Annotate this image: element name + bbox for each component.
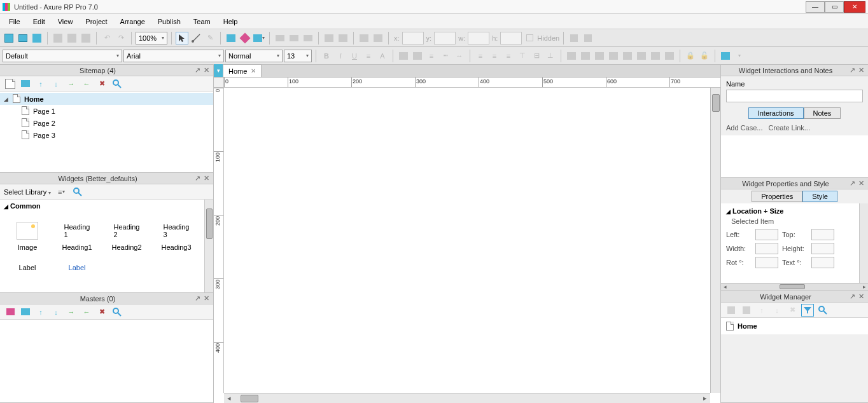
horizontal-scrollbar[interactable]: ◂ ▸ bbox=[224, 393, 710, 403]
widget-view-icon[interactable]: ≡▾ bbox=[55, 186, 67, 198]
save-icon[interactable] bbox=[31, 32, 43, 44]
share-icon[interactable]: ▾ bbox=[253, 32, 265, 44]
y-input[interactable] bbox=[434, 32, 456, 44]
menu-arrange[interactable]: Arrange bbox=[114, 16, 151, 27]
properties-scrollbar[interactable] bbox=[859, 203, 868, 283]
widget-name-input[interactable] bbox=[726, 90, 863, 102]
wm-tool2-icon[interactable] bbox=[740, 304, 753, 317]
undo-icon[interactable]: ↶ bbox=[101, 32, 113, 44]
sitemap-search-icon[interactable] bbox=[111, 78, 123, 90]
wm-tool1-icon[interactable] bbox=[725, 304, 738, 317]
properties-h-scrollbar[interactable]: ◂▸ bbox=[721, 283, 868, 290]
dist-v-icon[interactable] bbox=[579, 50, 592, 62]
zoom-dropdown[interactable]: 100%▾ bbox=[136, 32, 167, 44]
widget-label2[interactable]: Label bbox=[52, 258, 102, 277]
redo-icon[interactable]: ↷ bbox=[115, 32, 127, 44]
font-dropdown[interactable]: Arial▾ bbox=[123, 50, 224, 62]
wm-item-home[interactable]: Home bbox=[724, 320, 865, 332]
paste-icon[interactable] bbox=[80, 32, 92, 44]
wm-search-icon[interactable] bbox=[816, 304, 829, 317]
widgets-popout-icon[interactable]: ↗ bbox=[193, 174, 202, 182]
textrot-input[interactable] bbox=[811, 257, 834, 268]
close-button[interactable]: ✕ bbox=[844, 1, 865, 13]
add-folder-icon[interactable] bbox=[19, 78, 32, 90]
front-icon[interactable] bbox=[358, 32, 370, 44]
move-up-icon[interactable]: ↑ bbox=[34, 78, 47, 90]
sitemap-popout-icon[interactable]: ↗ bbox=[193, 66, 202, 74]
widget-category[interactable]: ◢ Common bbox=[0, 200, 213, 212]
wm-popout-icon[interactable]: ↗ bbox=[848, 292, 857, 301]
text-align-center-icon[interactable]: ≡ bbox=[488, 50, 501, 62]
connector-icon[interactable] bbox=[190, 32, 202, 44]
outdent-icon[interactable]: → bbox=[65, 78, 78, 90]
weight-dropdown[interactable]: Normal▾ bbox=[225, 50, 283, 62]
align-l-icon[interactable] bbox=[635, 50, 648, 62]
location-size-section[interactable]: ◢ Location + Size bbox=[726, 206, 863, 216]
menu-publish[interactable]: Publish bbox=[151, 16, 187, 27]
master-delete-icon[interactable]: ✖ bbox=[95, 306, 108, 318]
left-input[interactable] bbox=[755, 229, 778, 240]
hidden-checkbox[interactable] bbox=[523, 32, 536, 44]
sitemap-item-home[interactable]: ◢ Home bbox=[0, 93, 213, 105]
menu-file[interactable]: File bbox=[3, 16, 27, 27]
pen-icon[interactable]: ✎ bbox=[204, 32, 216, 44]
masters-popout-icon[interactable]: ↗ bbox=[193, 294, 202, 303]
menu-view[interactable]: View bbox=[52, 16, 80, 27]
minimize-button[interactable]: — bbox=[806, 1, 825, 13]
maximize-button[interactable]: ▭ bbox=[825, 1, 844, 13]
italic-icon[interactable]: I bbox=[334, 50, 347, 62]
widget-label1[interactable]: Label bbox=[3, 258, 52, 277]
wm-up-icon[interactable]: ↑ bbox=[755, 304, 768, 317]
master-up-icon[interactable]: ↑ bbox=[34, 306, 47, 318]
ruler-vertical[interactable]: 0100200300400 bbox=[214, 88, 224, 393]
select-mode-icon[interactable] bbox=[176, 32, 188, 44]
lock2-icon[interactable]: 🔒 bbox=[684, 50, 697, 62]
properties-close-icon[interactable]: ✕ bbox=[857, 179, 865, 188]
ruler-horizontal[interactable]: 0100200300400500600700 bbox=[224, 78, 720, 88]
top-input[interactable] bbox=[811, 229, 834, 240]
open-icon[interactable] bbox=[17, 32, 29, 44]
wm-down-icon[interactable]: ↓ bbox=[771, 304, 783, 317]
add-master-folder-icon[interactable] bbox=[19, 306, 32, 318]
menu-edit[interactable]: Edit bbox=[27, 16, 52, 27]
underline-icon[interactable]: U bbox=[348, 50, 361, 62]
align-center-icon[interactable] bbox=[288, 32, 300, 44]
bullets-icon[interactable]: ≡ bbox=[362, 50, 375, 62]
masters-search-icon[interactable] bbox=[111, 306, 123, 318]
indent-icon[interactable]: ← bbox=[80, 78, 93, 90]
valign-top-icon[interactable]: ⊤ bbox=[516, 50, 529, 62]
tab-close-icon[interactable]: ✕ bbox=[251, 67, 256, 74]
rot-input[interactable] bbox=[755, 257, 778, 268]
arrow-icon[interactable]: ↔ bbox=[453, 50, 466, 62]
height-input[interactable] bbox=[811, 243, 834, 254]
widgets-scrollbar[interactable] bbox=[204, 200, 213, 292]
widget-heading3[interactable]: Heading 3 Heading3 bbox=[151, 215, 201, 258]
tab-notes[interactable]: Notes bbox=[804, 107, 841, 119]
tab-list-icon[interactable]: ▾ bbox=[214, 64, 223, 77]
widget-image[interactable]: Image bbox=[3, 215, 52, 258]
valign-bot-icon[interactable]: ⊥ bbox=[544, 50, 557, 62]
fontsize-dropdown[interactable]: 13▾ bbox=[284, 50, 312, 62]
sitemap-close-icon[interactable]: ✕ bbox=[202, 66, 211, 74]
interactions-close-icon[interactable]: ✕ bbox=[857, 66, 865, 74]
align-m-icon[interactable] bbox=[607, 50, 620, 62]
style-dropdown[interactable]: Default▾ bbox=[3, 50, 122, 62]
widget-heading2[interactable]: Heading 2 Heading2 bbox=[102, 215, 151, 258]
x-input[interactable] bbox=[402, 32, 424, 44]
textcolor-icon[interactable]: A bbox=[376, 50, 389, 62]
unlock-icon[interactable] bbox=[582, 32, 594, 44]
bold-icon[interactable]: B bbox=[320, 50, 333, 62]
wm-close-icon[interactable]: ✕ bbox=[857, 292, 865, 301]
valign-mid-icon[interactable]: ⊟ bbox=[530, 50, 543, 62]
w-input[interactable] bbox=[468, 32, 489, 44]
align-r-icon[interactable] bbox=[663, 50, 676, 62]
widgets-close-icon[interactable]: ✕ bbox=[202, 174, 211, 182]
properties-popout-icon[interactable]: ↗ bbox=[848, 179, 857, 188]
align-b-icon[interactable] bbox=[621, 50, 634, 62]
master-right-icon[interactable]: → bbox=[65, 306, 78, 318]
linewidth-icon[interactable]: ≡ bbox=[425, 50, 438, 62]
footnote-opts-icon[interactable]: ▾ bbox=[733, 50, 746, 62]
preview-icon[interactable] bbox=[225, 32, 237, 44]
vertical-scrollbar[interactable] bbox=[710, 88, 720, 393]
text-align-left-icon[interactable]: ≡ bbox=[474, 50, 487, 62]
